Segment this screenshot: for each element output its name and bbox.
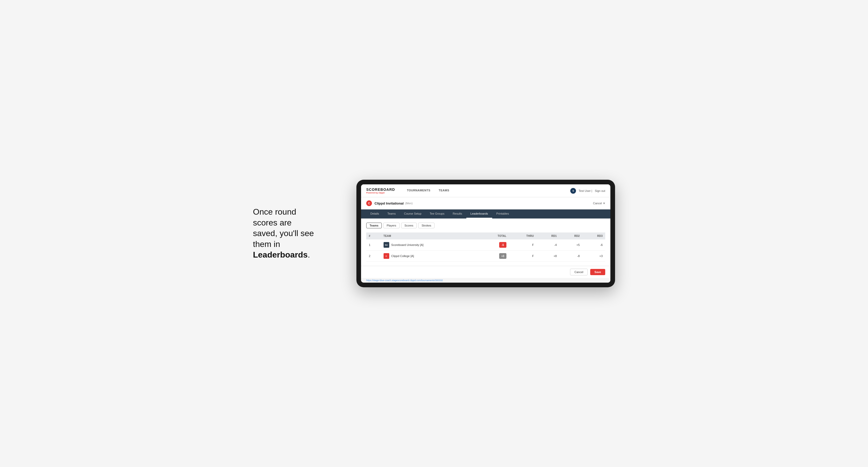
score-badge-1: -5 bbox=[499, 242, 506, 248]
left-description: Once round scores are saved, you'll see … bbox=[253, 207, 336, 260]
tab-details[interactable]: Details bbox=[366, 210, 383, 218]
row2-rd2: -8 bbox=[559, 251, 583, 262]
filter-teams[interactable]: Teams bbox=[366, 223, 382, 228]
tab-results[interactable]: Results bbox=[448, 210, 466, 218]
nav-right: S Test User | Sign out bbox=[570, 188, 605, 194]
team-name-1: Scoreboard University [A] bbox=[391, 243, 424, 246]
tablet-device: SCOREBOARD Powered by clippd TOURNAMENTS… bbox=[356, 180, 615, 287]
team-cell-2: C Clippd College [A] bbox=[383, 253, 476, 259]
left-line4: them in bbox=[253, 240, 280, 249]
row1-team: SU Scoreboard University [A] bbox=[381, 240, 479, 251]
filter-buttons: Teams Players Scores Strokes bbox=[366, 223, 605, 228]
nav-links: TOURNAMENTS TEAMS bbox=[403, 184, 454, 197]
top-navigation: SCOREBOARD Powered by clippd TOURNAMENTS… bbox=[361, 184, 610, 197]
row1-thru: F bbox=[509, 240, 536, 251]
table-row: 1 SU Scoreboard University [A] -5 F bbox=[366, 240, 605, 251]
score-badge-2: +3 bbox=[499, 253, 506, 259]
col-team: TEAM bbox=[381, 232, 479, 240]
row2-rd3: +3 bbox=[582, 251, 605, 262]
tab-printables[interactable]: Printables bbox=[492, 210, 513, 218]
team-logo-2: C bbox=[383, 253, 389, 259]
tournament-name: Clippd Invitational bbox=[374, 201, 404, 205]
row2-team: C Clippd College [A] bbox=[381, 251, 479, 262]
logo-text: SCOREBOARD bbox=[366, 187, 395, 192]
row1-rank: 1 bbox=[366, 240, 381, 251]
cancel-button-header[interactable]: Cancel ✕ bbox=[593, 202, 605, 205]
row1-total: -5 bbox=[479, 240, 509, 251]
row1-rd1: -4 bbox=[536, 240, 559, 251]
save-button[interactable]: Save bbox=[590, 269, 605, 275]
tab-leaderboards[interactable]: Leaderboards bbox=[466, 210, 492, 218]
left-line5-bold: Leaderboards bbox=[253, 250, 308, 259]
logo-powered: Powered by clippd bbox=[366, 192, 395, 194]
tournament-header: C Clippd Invitational (Men) Cancel ✕ bbox=[361, 197, 610, 210]
content-area: Teams Players Scores Strokes # TEAM TOTA… bbox=[361, 218, 610, 266]
col-thru: THRU bbox=[509, 232, 536, 240]
nav-teams[interactable]: TEAMS bbox=[435, 184, 454, 197]
table-row: 2 C Clippd College [A] +3 F bbox=[366, 251, 605, 262]
row1-rd2: +5 bbox=[559, 240, 583, 251]
col-rd1: RD1 bbox=[536, 232, 559, 240]
row2-total: +3 bbox=[479, 251, 509, 262]
logo-area: SCOREBOARD Powered by clippd bbox=[366, 187, 395, 194]
col-rank: # bbox=[366, 232, 381, 240]
left-line2: scores are bbox=[253, 218, 291, 227]
filter-strokes[interactable]: Strokes bbox=[418, 223, 435, 228]
row2-rd1: +8 bbox=[536, 251, 559, 262]
col-rd3: RD3 bbox=[582, 232, 605, 240]
tournament-gender: (Men) bbox=[405, 202, 413, 205]
tab-teams[interactable]: Teams bbox=[383, 210, 400, 218]
table-header-row: # TEAM TOTAL THRU RD1 RD2 RD3 bbox=[366, 232, 605, 240]
tab-tee-groups[interactable]: Tee Groups bbox=[426, 210, 448, 218]
row2-thru: F bbox=[509, 251, 536, 262]
left-line1: Once round bbox=[253, 207, 296, 216]
page-wrapper: Once round scores are saved, you'll see … bbox=[253, 180, 615, 287]
row1-rd3: -6 bbox=[582, 240, 605, 251]
tablet-screen: SCOREBOARD Powered by clippd TOURNAMENTS… bbox=[361, 184, 610, 283]
col-total: TOTAL bbox=[479, 232, 509, 240]
col-rd2: RD2 bbox=[559, 232, 583, 240]
user-name: Test User | bbox=[579, 189, 592, 192]
left-line5-end: . bbox=[308, 250, 310, 259]
leaderboard-table: # TEAM TOTAL THRU RD1 RD2 RD3 1 bbox=[366, 232, 605, 262]
filter-scores[interactable]: Scores bbox=[401, 223, 417, 228]
sub-navigation: Details Teams Course Setup Tee Groups Re… bbox=[361, 210, 610, 218]
left-line3: saved, you'll see bbox=[253, 228, 314, 238]
nav-tournaments[interactable]: TOURNAMENTS bbox=[403, 184, 435, 197]
tab-course-setup[interactable]: Course Setup bbox=[400, 210, 426, 218]
footer: Cancel Save bbox=[361, 266, 610, 278]
status-url: https://stage-blue-coach.stagescoreboard… bbox=[366, 279, 443, 282]
team-logo-1: SU bbox=[383, 242, 389, 248]
row2-rank: 2 bbox=[366, 251, 381, 262]
tournament-icon: C bbox=[366, 200, 372, 206]
filter-players[interactable]: Players bbox=[383, 223, 400, 228]
team-cell-1: SU Scoreboard University [A] bbox=[383, 242, 476, 248]
team-name-2: Clippd College [A] bbox=[391, 254, 414, 257]
user-avatar: S bbox=[570, 188, 576, 194]
status-bar: https://stage-blue-coach.stagescoreboard… bbox=[361, 278, 610, 283]
cancel-button-footer[interactable]: Cancel bbox=[570, 269, 588, 275]
sign-out-link[interactable]: Sign out bbox=[595, 189, 605, 192]
